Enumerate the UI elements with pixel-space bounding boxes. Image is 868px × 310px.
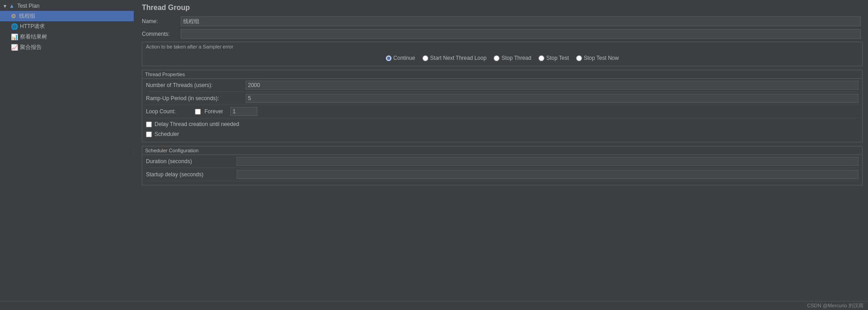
num-threads-label: Number of Threads (users):	[146, 82, 246, 88]
radio-stop-thread[interactable]	[494, 55, 499, 61]
delay-label: Delay Thread creation until needed	[155, 121, 239, 127]
startup-delay-input[interactable]	[237, 170, 858, 179]
ramp-up-label: Ramp-Up Period (in seconds):	[146, 95, 246, 102]
loop-count-row: Loop Count: Forever	[146, 107, 858, 118]
radio-start-next-thread-loop[interactable]	[422, 55, 428, 61]
radio-stop-test-now[interactable]	[576, 55, 582, 61]
sidebar-item-aggregate-report[interactable]: 📈 聚合报告	[0, 42, 134, 53]
action-error-box: Action to be taken after a Sampler error…	[142, 42, 863, 66]
thread-group-icon: ⚙	[10, 13, 17, 20]
name-row: Name:	[142, 16, 863, 26]
duration-label: Duration (seconds)	[146, 158, 237, 165]
comments-row: Comments:	[142, 29, 863, 39]
duration-row: Duration (seconds)	[146, 157, 858, 168]
radio-continue[interactable]	[386, 55, 392, 61]
panel-title: Thread Group	[142, 4, 863, 12]
sidebar-item-test-plan[interactable]: ▼ ▲ Test Plan	[0, 1, 134, 11]
sidebar-item-test-plan-label: Test Plan	[17, 3, 39, 9]
action-box-title: Action to be taken after a Sampler error	[146, 44, 858, 49]
arrow-icon: ▼	[3, 4, 7, 9]
sidebar-item-view-results-label: 察看结果树	[20, 33, 47, 41]
scheduler-label: Scheduler	[155, 131, 179, 137]
loop-count-label: Loop Count:	[146, 108, 191, 115]
sidebar: ▼ ▲ Test Plan ⚙ 线程组 🌐 HTTP请求 📊 察看结果树 📈 聚…	[0, 0, 134, 301]
test-plan-icon: ▲	[8, 2, 15, 10]
sidebar-item-aggregate-label: 聚合报告	[20, 44, 42, 51]
scheduler-config-header: Scheduler Configuration	[142, 146, 862, 155]
ramp-up-input[interactable]	[246, 94, 858, 103]
loop-count-input[interactable]	[230, 107, 257, 116]
startup-delay-label: Startup delay (seconds)	[146, 171, 237, 178]
sidebar-item-view-results[interactable]: 📊 察看结果树	[0, 32, 134, 42]
comments-label: Comments:	[142, 31, 178, 37]
view-results-icon: 📊	[11, 34, 18, 41]
aggregate-report-icon: 📈	[11, 44, 18, 51]
scheduler-config-content: Duration (seconds) Startup delay (second…	[142, 155, 862, 185]
forever-label: Forever	[204, 108, 223, 115]
bottom-bar-text: CSDN @Mercurio 刘汉雨	[807, 302, 863, 309]
content-area: Thread Group Name: Comments: Action to b…	[136, 0, 868, 301]
label-stop-test: Stop Test	[546, 55, 569, 61]
scheduler-row: Scheduler	[146, 130, 858, 138]
duration-input[interactable]	[237, 157, 858, 166]
label-continue: Continue	[393, 55, 415, 61]
radio-stop-test[interactable]	[538, 55, 544, 61]
name-label: Name:	[142, 18, 178, 24]
num-threads-input[interactable]	[246, 81, 858, 90]
sidebar-item-http-request[interactable]: 🌐 HTTP请求	[0, 21, 134, 32]
http-request-icon: 🌐	[11, 23, 18, 30]
label-stop-test-now: Stop Test Now	[584, 55, 619, 61]
thread-properties-header: Thread Properties	[142, 70, 862, 79]
action-radio-group: Continue Start Next Thread Loop Stop Thr…	[146, 52, 858, 64]
delay-thread-row: Delay Thread creation until needed	[146, 120, 858, 128]
num-threads-row: Number of Threads (users):	[146, 81, 858, 92]
label-start-next-thread-loop: Start Next Thread Loop	[430, 55, 487, 61]
scheduler-checkbox[interactable]	[146, 131, 152, 137]
name-input[interactable]	[181, 16, 861, 26]
thread-properties-section: Thread Properties Number of Threads (use…	[142, 70, 863, 142]
delay-checkbox[interactable]	[146, 121, 152, 127]
startup-delay-row: Startup delay (seconds)	[146, 170, 858, 181]
option-stop-test[interactable]: Stop Test	[538, 55, 569, 61]
scheduler-config-section: Scheduler Configuration Duration (second…	[142, 146, 863, 185]
sidebar-item-http-label: HTTP请求	[20, 23, 45, 30]
option-continue[interactable]: Continue	[386, 55, 415, 61]
sidebar-item-thread-group-label: 线程组	[19, 12, 35, 20]
forever-checkbox[interactable]	[195, 109, 201, 115]
ramp-up-row: Ramp-Up Period (in seconds):	[146, 94, 858, 105]
comments-input[interactable]	[181, 29, 861, 39]
option-start-next-thread-loop[interactable]: Start Next Thread Loop	[422, 55, 487, 61]
thread-properties-content: Number of Threads (users): Ramp-Up Perio…	[142, 79, 862, 142]
option-stop-test-now[interactable]: Stop Test Now	[576, 55, 619, 61]
option-stop-thread[interactable]: Stop Thread	[494, 55, 531, 61]
bottom-bar: CSDN @Mercurio 刘汉雨	[0, 301, 868, 310]
sidebar-item-thread-group[interactable]: ⚙ 线程组	[0, 11, 134, 21]
label-stop-thread: Stop Thread	[501, 55, 531, 61]
